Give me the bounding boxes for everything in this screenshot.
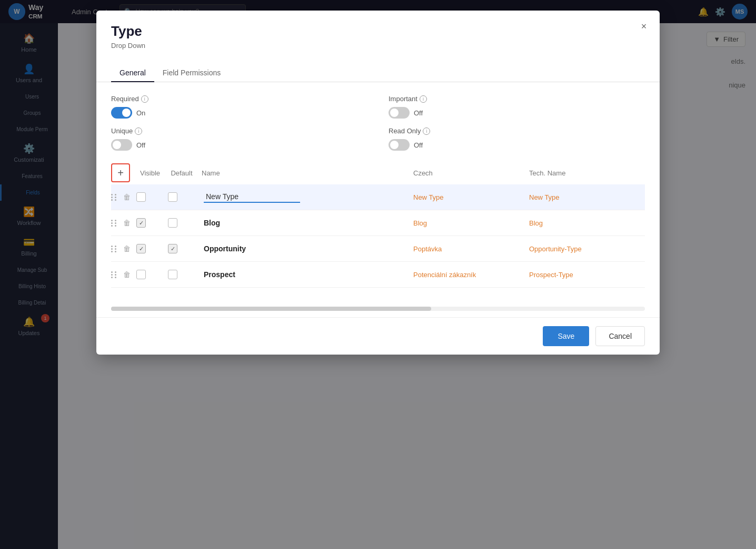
modal-tabs: General Field Permissions: [96, 56, 660, 82]
czech-value: Potenciální zákazník: [413, 271, 529, 279]
option-name: Prospect: [200, 269, 413, 280]
option-name: Opportunity: [200, 243, 413, 254]
drag-handle-icon[interactable]: [111, 271, 117, 278]
czech-value: Poptávka: [413, 245, 529, 253]
unique-toggle[interactable]: [111, 139, 132, 151]
read-only-toggle[interactable]: [389, 139, 410, 151]
save-button[interactable]: Save: [543, 326, 589, 346]
scroll-thumb: [111, 307, 431, 311]
visible-checkbox[interactable]: [136, 244, 146, 253]
czech-value: New Type: [413, 193, 529, 201]
important-toggle[interactable]: [389, 107, 410, 119]
tech-name-value: New Type: [529, 193, 645, 201]
modal-body: Required i On Important i: [96, 82, 660, 300]
visible-checkbox-cell: [136, 244, 168, 253]
default-checkbox[interactable]: [168, 192, 177, 202]
drag-handle-icon[interactable]: [111, 194, 117, 201]
col-header-default: Default: [166, 169, 197, 177]
visible-checkbox[interactable]: [136, 192, 146, 202]
unique-info-icon[interactable]: i: [135, 128, 142, 135]
modal-dialog: Type Drop Down × General Field Permissio…: [96, 11, 660, 355]
modal-footer: Save Cancel: [96, 317, 660, 355]
visible-checkbox[interactable]: [136, 218, 146, 228]
important-toggle-group: Important i Off: [389, 95, 645, 119]
tech-name-value: Opportunity-Type: [529, 245, 645, 253]
read-only-toggle-state: Off: [414, 141, 423, 149]
czech-value: Blog: [413, 219, 529, 227]
default-checkbox[interactable]: [168, 244, 177, 253]
tech-name-value: Prospect-Type: [529, 271, 645, 279]
delete-row-button[interactable]: 🗑: [120, 190, 134, 204]
add-option-button[interactable]: +: [111, 163, 130, 182]
col-header-czech: Czech: [413, 169, 529, 177]
required-toggle-group: Required i On: [111, 95, 367, 119]
name-input-field[interactable]: [204, 191, 300, 203]
modal-title: Type: [111, 23, 645, 40]
cancel-button[interactable]: Cancel: [595, 326, 645, 346]
table-row: 🗑 Opportunity Poptávka Opportunity-Type: [111, 236, 645, 262]
option-name: Blog: [200, 218, 413, 228]
tab-field-permissions[interactable]: Field Permissions: [154, 64, 229, 82]
toggles-section: Required i On Important i: [111, 95, 645, 151]
col-header-tech: Tech. Name: [529, 169, 645, 177]
drag-handle-icon[interactable]: [111, 246, 117, 252]
delete-row-button[interactable]: 🗑: [120, 241, 134, 256]
read-only-toggle-group: Read Only i Off: [389, 127, 645, 151]
col-header-name: Name: [197, 169, 413, 177]
unique-toggle-state: Off: [136, 141, 145, 149]
modal-close-button[interactable]: ×: [636, 19, 651, 34]
read-only-toggle-row: Off: [389, 139, 645, 151]
default-checkbox[interactable]: [168, 270, 177, 279]
important-info-icon[interactable]: i: [420, 95, 427, 103]
visible-checkbox[interactable]: [136, 270, 146, 279]
tech-name-value: Blog: [529, 219, 645, 227]
unique-toggle-group: Unique i Off: [111, 127, 367, 151]
unique-toggle-row: Off: [111, 139, 367, 151]
tab-general[interactable]: General: [111, 64, 154, 82]
important-toggle-state: Off: [414, 109, 423, 117]
delete-row-button[interactable]: 🗑: [120, 215, 134, 230]
table-row: 🗑 Blog Blog Blog: [111, 210, 645, 236]
important-label: Important: [389, 95, 417, 103]
visible-checkbox-cell: [136, 218, 168, 228]
drag-handle-icon[interactable]: [111, 220, 117, 227]
important-toggle-row: Off: [389, 107, 645, 119]
horizontal-scrollbar[interactable]: [111, 307, 645, 311]
default-checkbox-cell: [168, 244, 200, 253]
table-row: 🗑 Prospect Potenciální zákazník Prospect…: [111, 262, 645, 288]
read-only-label: Read Only: [389, 127, 421, 135]
table-row: 🗑 New Type New Type: [111, 184, 645, 210]
unique-label: Unique: [111, 127, 133, 135]
default-checkbox-cell: [168, 270, 200, 279]
default-checkbox-cell: [168, 192, 200, 202]
visible-checkbox-cell: [136, 192, 168, 202]
visible-checkbox-cell: [136, 270, 168, 279]
required-label: Required: [111, 95, 139, 103]
delete-row-button[interactable]: 🗑: [120, 267, 134, 282]
required-toggle[interactable]: [111, 107, 132, 119]
col-header-visible: Visible: [134, 169, 166, 177]
default-checkbox-cell: [168, 218, 200, 228]
modal-header: Type Drop Down ×: [96, 11, 660, 50]
required-toggle-state: On: [136, 109, 145, 117]
required-info-icon[interactable]: i: [141, 95, 148, 103]
modal-subtitle: Drop Down: [111, 42, 645, 50]
required-toggle-row: On: [111, 107, 367, 119]
read-only-info-icon[interactable]: i: [423, 128, 430, 135]
default-checkbox[interactable]: [168, 218, 177, 228]
table-header-row: + Visible Default Name Czech Tech. Name: [111, 163, 645, 182]
